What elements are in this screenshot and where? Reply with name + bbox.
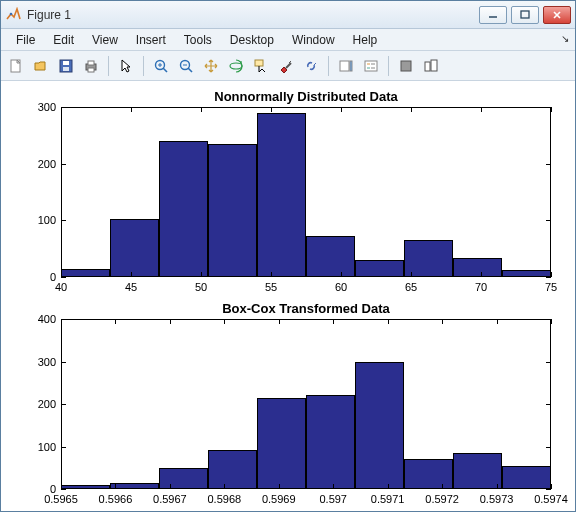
hide-plot-tools-icon[interactable] (395, 55, 417, 77)
menu-window[interactable]: Window (283, 31, 344, 49)
svg-line-13 (163, 68, 167, 72)
svg-rect-30 (425, 62, 430, 71)
bar (208, 450, 257, 489)
menu-file[interactable]: File (7, 31, 44, 49)
xtick-label: 0.5967 (153, 489, 187, 505)
xtick-label: 0.5974 (534, 489, 568, 505)
svg-point-0 (10, 12, 13, 15)
colorbar-icon[interactable] (335, 55, 357, 77)
rotate-3d-icon[interactable] (225, 55, 247, 77)
bar (110, 219, 159, 277)
data-cursor-icon[interactable] (250, 55, 272, 77)
minimize-button[interactable] (479, 6, 507, 24)
svg-rect-10 (88, 61, 94, 65)
plot-area: Nonnormally Distributed Data 01002003004… (1, 81, 575, 511)
svg-rect-24 (365, 61, 377, 71)
ytick-label: 300 (38, 101, 61, 113)
ytick-label: 100 (38, 441, 61, 453)
xtick-label: 75 (545, 277, 557, 293)
save-icon[interactable] (55, 55, 77, 77)
xtick-label: 0.597 (319, 489, 347, 505)
subplot-top[interactable]: Nonnormally Distributed Data 01002003004… (61, 107, 551, 277)
chart-title: Nonnormally Distributed Data (61, 89, 551, 104)
bar (453, 258, 502, 277)
subplot-bottom[interactable]: Box-Cox Transformed Data 01002003004000.… (61, 319, 551, 489)
svg-line-21 (286, 63, 291, 68)
svg-rect-20 (255, 60, 263, 66)
bar (502, 466, 551, 489)
bar (159, 468, 208, 489)
figure-window: Figure 1 File Edit View Insert Tools Des… (0, 0, 576, 512)
svg-rect-29 (401, 61, 411, 71)
xtick-label: 55 (265, 277, 277, 293)
brush-icon[interactable] (275, 55, 297, 77)
ytick-label: 100 (38, 214, 61, 226)
bar (404, 459, 453, 489)
xtick-label: 0.5972 (425, 489, 459, 505)
svg-rect-22 (340, 61, 349, 71)
ytick-label: 200 (38, 398, 61, 410)
toolbar-separator (388, 56, 389, 76)
ytick-label: 200 (38, 158, 61, 170)
link-icon[interactable] (300, 55, 322, 77)
xtick-label: 65 (405, 277, 417, 293)
matlab-app-icon (5, 7, 21, 23)
xtick-label: 0.5965 (44, 489, 78, 505)
bar (306, 395, 355, 489)
ytick-label: 300 (38, 356, 61, 368)
xtick-label: 70 (475, 277, 487, 293)
pointer-icon[interactable] (115, 55, 137, 77)
xtick-label: 60 (335, 277, 347, 293)
bars-container (61, 319, 551, 489)
bar (355, 362, 404, 490)
xtick-label: 0.5971 (371, 489, 405, 505)
toolbar-separator (108, 56, 109, 76)
legend-icon[interactable] (360, 55, 382, 77)
xtick-label: 0.5966 (99, 489, 133, 505)
svg-rect-31 (431, 60, 437, 71)
toolbar (1, 51, 575, 81)
menu-view[interactable]: View (83, 31, 127, 49)
bar (502, 270, 551, 277)
zoom-out-icon[interactable] (175, 55, 197, 77)
open-icon[interactable] (30, 55, 52, 77)
svg-line-17 (188, 68, 192, 72)
bar (453, 453, 502, 489)
new-figure-icon[interactable] (5, 55, 27, 77)
bar (355, 260, 404, 277)
menu-tools[interactable]: Tools (175, 31, 221, 49)
bar (306, 236, 355, 277)
window-title: Figure 1 (27, 8, 475, 22)
menu-insert[interactable]: Insert (127, 31, 175, 49)
svg-rect-2 (521, 11, 529, 18)
menu-dropdown-icon[interactable]: ↘ (561, 33, 569, 44)
toolbar-separator (143, 56, 144, 76)
menu-edit[interactable]: Edit (44, 31, 83, 49)
svg-rect-11 (88, 68, 94, 72)
menu-help[interactable]: Help (344, 31, 387, 49)
bar (257, 398, 306, 489)
print-icon[interactable] (80, 55, 102, 77)
bars-container (61, 107, 551, 277)
close-button[interactable] (543, 6, 571, 24)
ytick-label: 400 (38, 313, 61, 325)
titlebar[interactable]: Figure 1 (1, 1, 575, 29)
xtick-label: 40 (55, 277, 67, 293)
bar (208, 144, 257, 277)
xtick-label: 0.5968 (208, 489, 242, 505)
svg-rect-8 (63, 67, 69, 71)
maximize-button[interactable] (511, 6, 539, 24)
bar (61, 269, 110, 278)
svg-rect-7 (63, 61, 69, 65)
bar (257, 113, 306, 277)
xtick-label: 0.5973 (480, 489, 514, 505)
svg-rect-23 (350, 61, 352, 71)
pan-icon[interactable] (200, 55, 222, 77)
show-plot-tools-icon[interactable] (420, 55, 442, 77)
chart-title: Box-Cox Transformed Data (61, 301, 551, 316)
toolbar-separator (328, 56, 329, 76)
zoom-in-icon[interactable] (150, 55, 172, 77)
xtick-label: 50 (195, 277, 207, 293)
xtick-label: 0.5969 (262, 489, 296, 505)
menu-desktop[interactable]: Desktop (221, 31, 283, 49)
